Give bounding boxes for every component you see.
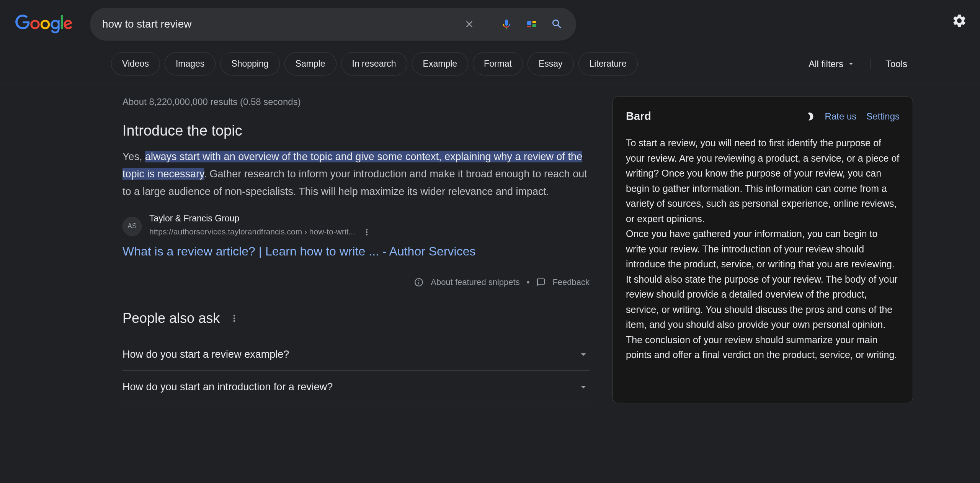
filter-chips-row: Videos Images Shopping Sample In researc… — [0, 41, 980, 85]
people-also-ask-title: People also ask — [122, 310, 220, 326]
info-icon — [414, 277, 424, 287]
bard-settings-link[interactable]: Settings — [866, 111, 900, 122]
voice-search-icon[interactable] — [500, 17, 513, 31]
paa-more-options-icon[interactable] — [227, 311, 241, 325]
dot-separator: • — [527, 277, 530, 287]
settings-gear-icon[interactable] — [950, 11, 969, 30]
source-name: Taylor & Francis Group — [149, 213, 374, 224]
image-search-icon[interactable] — [525, 17, 539, 31]
search-submit-icon[interactable] — [550, 17, 564, 31]
paa-item[interactable]: How do you start an introduction for a r… — [122, 370, 590, 403]
feedback-flag-icon — [536, 278, 546, 287]
snippet-footer-row: About featured snippets • Feedback — [122, 277, 590, 287]
bard-rate-us-link[interactable]: Rate us — [825, 111, 857, 122]
source-favicon: AS — [122, 217, 142, 236]
chip-images[interactable]: Images — [165, 52, 216, 75]
bard-paragraph: Once you have gathered your information,… — [626, 228, 898, 360]
result-title-link[interactable]: What is a review article? | Learn how to… — [122, 244, 590, 259]
paa-item[interactable]: How do you start a review example? — [122, 338, 590, 370]
svg-rect-3 — [527, 26, 531, 27]
result-stats: About 8,220,000,000 results (0.58 second… — [122, 97, 590, 107]
featured-snippet-heading: Introduce the topic — [122, 123, 590, 139]
paa-question: How do you start an introduction for a r… — [122, 381, 333, 393]
svg-rect-2 — [532, 24, 536, 27]
chip-shopping[interactable]: Shopping — [220, 52, 279, 75]
snippet-prefix: Yes, — [122, 151, 145, 162]
featured-snippet-text: Yes, always start with an overview of th… — [122, 148, 590, 200]
chevron-down-icon — [577, 348, 590, 360]
more-options-icon[interactable] — [360, 225, 374, 239]
about-snippets-link[interactable]: About featured snippets — [431, 277, 519, 287]
chevron-down-icon — [577, 381, 590, 393]
chip-videos[interactable]: Videos — [111, 52, 160, 75]
all-filters-button[interactable]: All filters — [808, 59, 855, 69]
bard-paragraph: To start a review, you will need to firs… — [626, 138, 899, 224]
chip-literature[interactable]: Literature — [578, 52, 638, 75]
source-url: https://authorservices.taylorandfrancis.… — [149, 225, 374, 239]
svg-rect-1 — [532, 21, 536, 23]
svg-rect-0 — [527, 21, 531, 25]
bard-panel: Bard Rate us Settings To start a review,… — [612, 97, 913, 403]
feedback-link[interactable]: Feedback — [552, 277, 590, 287]
chip-essay[interactable]: Essay — [528, 52, 574, 75]
all-filters-label: All filters — [808, 59, 843, 69]
search-input[interactable] — [102, 18, 462, 30]
search-bar — [90, 8, 576, 41]
tools-button[interactable]: Tools — [870, 59, 907, 69]
clear-icon[interactable] — [462, 17, 476, 31]
moon-icon[interactable] — [804, 111, 815, 122]
bard-title: Bard — [626, 110, 651, 123]
result-source-row: AS Taylor & Francis Group https://author… — [122, 213, 590, 239]
google-logo[interactable] — [11, 13, 77, 36]
paa-question: How do you start a review example? — [122, 349, 289, 360]
chip-sample[interactable]: Sample — [284, 52, 336, 75]
chip-example[interactable]: Example — [412, 52, 468, 75]
chevron-down-icon — [847, 60, 855, 68]
chip-format[interactable]: Format — [473, 52, 523, 75]
chip-in-research[interactable]: In research — [341, 52, 407, 75]
